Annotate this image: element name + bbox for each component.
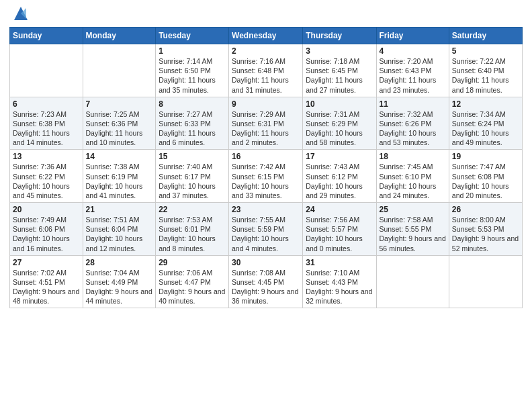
calendar-cell: 17Sunrise: 7:43 AM Sunset: 6:12 PM Dayli…: [303, 150, 376, 203]
day-info: Sunrise: 7:04 AM Sunset: 4:49 PM Dayligh…: [86, 268, 153, 306]
calendar-cell: [83, 44, 156, 97]
calendar-cell: 3Sunrise: 7:18 AM Sunset: 6:45 PM Daylig…: [303, 44, 376, 97]
day-number: 25: [380, 205, 446, 214]
calendar-cell: 23Sunrise: 7:55 AM Sunset: 5:59 PM Dayli…: [229, 203, 303, 256]
calendar-cell: 30Sunrise: 7:08 AM Sunset: 4:45 PM Dayli…: [229, 255, 303, 308]
weekday-header-thursday: Thursday: [303, 28, 376, 44]
calendar-cell: 31Sunrise: 7:10 AM Sunset: 4:43 PM Dayli…: [303, 255, 376, 308]
day-info: Sunrise: 7:43 AM Sunset: 6:12 PM Dayligh…: [306, 162, 373, 200]
day-info: Sunrise: 7:51 AM Sunset: 6:04 PM Dayligh…: [86, 215, 153, 253]
day-info: Sunrise: 7:36 AM Sunset: 6:22 PM Dayligh…: [13, 162, 80, 200]
calendar-cell: 16Sunrise: 7:42 AM Sunset: 6:15 PM Dayli…: [229, 150, 303, 203]
day-info: Sunrise: 7:23 AM Sunset: 6:38 PM Dayligh…: [13, 109, 80, 148]
calendar-cell: 8Sunrise: 7:27 AM Sunset: 6:33 PM Daylig…: [156, 97, 229, 150]
calendar-cell: 22Sunrise: 7:53 AM Sunset: 6:01 PM Dayli…: [156, 203, 229, 256]
weekday-header-wednesday: Wednesday: [229, 28, 303, 44]
calendar-cell: 21Sunrise: 7:51 AM Sunset: 6:04 PM Dayli…: [83, 203, 156, 256]
week-row-1: 1Sunrise: 7:14 AM Sunset: 6:50 PM Daylig…: [10, 44, 523, 97]
day-info: Sunrise: 7:53 AM Sunset: 6:01 PM Dayligh…: [159, 215, 226, 253]
day-info: Sunrise: 7:18 AM Sunset: 6:45 PM Dayligh…: [306, 56, 373, 95]
calendar-cell: 18Sunrise: 7:45 AM Sunset: 6:10 PM Dayli…: [376, 150, 449, 203]
page: SundayMondayTuesdayWednesdayThursdayFrid…: [0, 0, 532, 411]
calendar-cell: 5Sunrise: 7:22 AM Sunset: 6:40 PM Daylig…: [449, 44, 522, 97]
day-info: Sunrise: 7:55 AM Sunset: 5:59 PM Dayligh…: [232, 215, 300, 253]
weekday-header-monday: Monday: [83, 28, 156, 44]
day-info: Sunrise: 7:56 AM Sunset: 5:57 PM Dayligh…: [306, 215, 373, 253]
calendar-cell: 28Sunrise: 7:04 AM Sunset: 4:49 PM Dayli…: [83, 255, 156, 308]
day-info: Sunrise: 7:10 AM Sunset: 4:43 PM Dayligh…: [306, 268, 373, 306]
calendar-cell: 9Sunrise: 7:29 AM Sunset: 6:31 PM Daylig…: [229, 97, 303, 150]
day-info: Sunrise: 7:38 AM Sunset: 6:19 PM Dayligh…: [86, 162, 153, 200]
calendar-cell: 19Sunrise: 7:47 AM Sunset: 6:08 PM Dayli…: [449, 150, 522, 203]
day-number: 15: [159, 152, 226, 161]
calendar-cell: 24Sunrise: 7:56 AM Sunset: 5:57 PM Dayli…: [303, 203, 376, 256]
day-info: Sunrise: 7:31 AM Sunset: 6:29 PM Dayligh…: [306, 109, 373, 148]
day-info: Sunrise: 7:34 AM Sunset: 6:24 PM Dayligh…: [452, 109, 519, 148]
calendar-cell: [10, 44, 83, 97]
calendar-cell: 1Sunrise: 7:14 AM Sunset: 6:50 PM Daylig…: [156, 44, 229, 97]
day-number: 14: [86, 152, 153, 161]
weekday-header-friday: Friday: [376, 28, 449, 44]
calendar-cell: 4Sunrise: 7:20 AM Sunset: 6:43 PM Daylig…: [376, 44, 449, 97]
day-info: Sunrise: 7:45 AM Sunset: 6:10 PM Dayligh…: [380, 162, 446, 200]
week-row-4: 20Sunrise: 7:49 AM Sunset: 6:06 PM Dayli…: [10, 203, 523, 256]
calendar-cell: 14Sunrise: 7:38 AM Sunset: 6:19 PM Dayli…: [83, 150, 156, 203]
day-number: 31: [306, 258, 373, 267]
day-number: 10: [306, 99, 373, 109]
day-info: Sunrise: 7:22 AM Sunset: 6:40 PM Dayligh…: [452, 56, 519, 95]
day-number: 8: [159, 99, 226, 109]
day-info: Sunrise: 7:08 AM Sunset: 4:45 PM Dayligh…: [232, 268, 300, 306]
day-number: 1: [159, 46, 226, 56]
day-info: Sunrise: 7:40 AM Sunset: 6:17 PM Dayligh…: [159, 162, 226, 200]
day-info: Sunrise: 7:29 AM Sunset: 6:31 PM Dayligh…: [232, 109, 300, 148]
weekday-header-sunday: Sunday: [10, 28, 83, 44]
day-number: 28: [86, 258, 153, 267]
day-number: 18: [380, 152, 446, 161]
weekday-header-row: SundayMondayTuesdayWednesdayThursdayFrid…: [10, 28, 523, 44]
calendar-cell: 25Sunrise: 7:58 AM Sunset: 5:55 PM Dayli…: [376, 203, 449, 256]
day-number: 4: [380, 46, 446, 56]
header: [9, 7, 523, 23]
day-info: Sunrise: 7:27 AM Sunset: 6:33 PM Dayligh…: [159, 109, 226, 148]
day-number: 22: [159, 205, 226, 214]
day-info: Sunrise: 7:16 AM Sunset: 6:48 PM Dayligh…: [232, 56, 300, 95]
day-number: 6: [13, 99, 80, 109]
week-row-5: 27Sunrise: 7:02 AM Sunset: 4:51 PM Dayli…: [10, 255, 523, 308]
day-number: 16: [232, 152, 300, 161]
day-number: 3: [306, 46, 373, 56]
day-info: Sunrise: 7:47 AM Sunset: 6:08 PM Dayligh…: [452, 162, 519, 200]
day-info: Sunrise: 7:14 AM Sunset: 6:50 PM Dayligh…: [159, 56, 226, 95]
day-number: 26: [452, 205, 519, 214]
day-number: 23: [232, 205, 300, 214]
day-info: Sunrise: 7:42 AM Sunset: 6:15 PM Dayligh…: [232, 162, 300, 200]
weekday-header-tuesday: Tuesday: [156, 28, 229, 44]
calendar-cell: 26Sunrise: 8:00 AM Sunset: 5:53 PM Dayli…: [449, 203, 522, 256]
day-number: 27: [13, 258, 80, 267]
calendar-cell: 2Sunrise: 7:16 AM Sunset: 6:48 PM Daylig…: [229, 44, 303, 97]
day-number: 30: [232, 258, 300, 267]
day-number: 24: [306, 205, 373, 214]
calendar-cell: [449, 255, 522, 308]
calendar-cell: 12Sunrise: 7:34 AM Sunset: 6:24 PM Dayli…: [449, 97, 522, 150]
calendar-cell: 11Sunrise: 7:32 AM Sunset: 6:26 PM Dayli…: [376, 97, 449, 150]
day-info: Sunrise: 7:49 AM Sunset: 6:06 PM Dayligh…: [13, 215, 80, 253]
calendar-cell: 6Sunrise: 7:23 AM Sunset: 6:38 PM Daylig…: [10, 97, 83, 150]
day-number: 11: [380, 99, 446, 109]
day-info: Sunrise: 7:20 AM Sunset: 6:43 PM Dayligh…: [380, 56, 446, 95]
calendar-table: SundayMondayTuesdayWednesdayThursdayFrid…: [9, 27, 523, 308]
calendar-cell: 20Sunrise: 7:49 AM Sunset: 6:06 PM Dayli…: [10, 203, 83, 256]
day-number: 5: [452, 46, 519, 56]
week-row-3: 13Sunrise: 7:36 AM Sunset: 6:22 PM Dayli…: [10, 150, 523, 203]
day-info: Sunrise: 8:00 AM Sunset: 5:53 PM Dayligh…: [452, 215, 519, 253]
day-number: 13: [13, 152, 80, 161]
logo-icon: [11, 4, 30, 23]
week-row-2: 6Sunrise: 7:23 AM Sunset: 6:38 PM Daylig…: [10, 97, 523, 150]
calendar-cell: 10Sunrise: 7:31 AM Sunset: 6:29 PM Dayli…: [303, 97, 376, 150]
calendar-cell: 27Sunrise: 7:02 AM Sunset: 4:51 PM Dayli…: [10, 255, 83, 308]
calendar-cell: 7Sunrise: 7:25 AM Sunset: 6:36 PM Daylig…: [83, 97, 156, 150]
day-number: 2: [232, 46, 300, 56]
calendar-cell: 13Sunrise: 7:36 AM Sunset: 6:22 PM Dayli…: [10, 150, 83, 203]
day-info: Sunrise: 7:02 AM Sunset: 4:51 PM Dayligh…: [13, 268, 80, 306]
day-info: Sunrise: 7:06 AM Sunset: 4:47 PM Dayligh…: [159, 268, 226, 306]
day-number: 12: [452, 99, 519, 109]
